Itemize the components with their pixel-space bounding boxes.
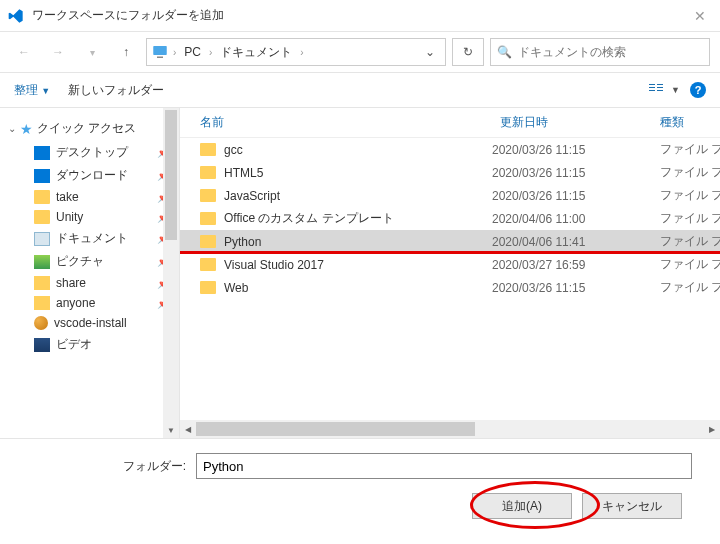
breadcrumb-dropdown[interactable]: ⌄ — [419, 45, 441, 59]
video-icon — [34, 338, 50, 352]
scrollbar-thumb[interactable] — [196, 422, 475, 436]
sidebar-item-label: ダウンロード — [56, 167, 128, 184]
recent-dropdown[interactable]: ▾ — [78, 38, 106, 66]
folder-label: フォルダー: — [0, 458, 196, 475]
horizontal-scrollbar[interactable]: ◀ ▶ — [180, 420, 720, 438]
search-box[interactable]: 🔍 — [490, 38, 710, 66]
file-date: 2020/03/26 11:15 — [492, 189, 652, 203]
file-type: ファイル フ — [660, 141, 720, 158]
column-headers[interactable]: 名前 更新日時 種類 — [180, 108, 720, 138]
file-name: HTML5 — [224, 166, 484, 180]
pc-icon — [151, 43, 169, 61]
svg-rect-2 — [649, 84, 655, 85]
file-name: Web — [224, 281, 484, 295]
vscode-icon — [8, 8, 24, 24]
column-date[interactable]: 更新日時 — [500, 114, 660, 131]
file-name: Visual Studio 2017 — [224, 258, 484, 272]
folder-icon — [34, 210, 50, 224]
anyone-icon — [34, 296, 50, 310]
folder-icon — [200, 235, 216, 248]
scroll-left-icon[interactable]: ◀ — [180, 425, 196, 434]
folder-icon — [200, 281, 216, 294]
main-area: ⌄ ★ クイック アクセス デスクトップ📌ダウンロード📌take📌Unity📌ド… — [0, 108, 720, 438]
scrollbar-thumb[interactable] — [165, 110, 177, 240]
svg-rect-7 — [657, 90, 663, 91]
crumb-documents[interactable]: ドキュメント — [216, 44, 296, 61]
sidebar-item[interactable]: ダウンロード📌 — [0, 164, 179, 187]
quick-access-label: クイック アクセス — [37, 120, 136, 137]
folder-icon — [200, 143, 216, 156]
sidebar-item[interactable]: ピクチャ📌 — [0, 250, 179, 273]
sidebar-item[interactable]: take📌 — [0, 187, 179, 207]
sidebar-item-label: ビデオ — [56, 336, 92, 353]
file-type: ファイル フ — [660, 256, 720, 273]
sidebar-item-label: Unity — [56, 210, 83, 224]
file-name: Python — [224, 235, 484, 249]
new-folder-button[interactable]: 新しいフォルダー — [68, 82, 164, 99]
file-row[interactable]: Visual Studio 20172020/03/27 16:59ファイル フ — [180, 253, 720, 276]
column-type[interactable]: 種類 — [660, 114, 720, 131]
share-icon — [34, 276, 50, 290]
sidebar-item-label: ドキュメント — [56, 230, 128, 247]
breadcrumb[interactable]: › PC › ドキュメント › ⌄ — [146, 38, 446, 66]
sidebar-item[interactable]: vscode-install — [0, 313, 179, 333]
search-input[interactable] — [518, 45, 703, 59]
folder-icon — [200, 212, 216, 225]
back-button[interactable]: ← — [10, 38, 38, 66]
file-type: ファイル フ — [660, 187, 720, 204]
svg-rect-4 — [649, 90, 655, 91]
sidebar-item-label: デスクトップ — [56, 144, 128, 161]
sidebar-item-label: vscode-install — [54, 316, 127, 330]
cancel-button[interactable]: キャンセル — [582, 493, 682, 519]
file-date: 2020/03/26 11:15 — [492, 166, 652, 180]
sidebar-item[interactable]: anyone📌 — [0, 293, 179, 313]
add-button[interactable]: 追加(A) — [472, 493, 572, 519]
file-name: JavaScript — [224, 189, 484, 203]
column-name[interactable]: 名前 — [200, 114, 500, 131]
chevron-down-icon: ⌄ — [8, 123, 16, 134]
file-row[interactable]: Office のカスタム テンプレート2020/04/06 11:00ファイル … — [180, 207, 720, 230]
folder-icon — [200, 189, 216, 202]
sidebar-item[interactable]: share📌 — [0, 273, 179, 293]
sidebar-item-label: ピクチャ — [56, 253, 104, 270]
folder-icon — [200, 166, 216, 179]
scroll-down-icon[interactable]: ▼ — [163, 422, 179, 438]
up-button[interactable]: ↑ — [112, 38, 140, 66]
view-button[interactable]: ▼ — [648, 82, 680, 98]
file-type: ファイル フ — [660, 279, 720, 296]
file-row[interactable]: gcc2020/03/26 11:15ファイル フ — [180, 138, 720, 161]
file-name: gcc — [224, 143, 484, 157]
sidebar-item-label: take — [56, 190, 79, 204]
toolbar: 整理 ▼ 新しいフォルダー ▼ ? — [0, 72, 720, 108]
file-date: 2020/04/06 11:41 — [492, 235, 652, 249]
sidebar-scrollbar[interactable]: ▲ ▼ — [163, 108, 179, 438]
file-row[interactable]: Web2020/03/26 11:15ファイル フ — [180, 276, 720, 299]
folder-input[interactable] — [196, 453, 692, 479]
sidebar-item[interactable]: Unity📌 — [0, 207, 179, 227]
folder-icon — [34, 190, 50, 204]
scroll-right-icon[interactable]: ▶ — [704, 425, 720, 434]
quick-access-header[interactable]: ⌄ ★ クイック アクセス — [0, 116, 179, 141]
refresh-button[interactable]: ↻ — [452, 38, 484, 66]
chevron-right-icon: › — [209, 47, 212, 58]
window-title: ワークスペースにフォルダーを追加 — [32, 7, 688, 24]
folder-icon — [200, 258, 216, 271]
sidebar-item[interactable]: ドキュメント📌 — [0, 227, 179, 250]
file-row[interactable]: JavaScript2020/03/26 11:15ファイル フ — [180, 184, 720, 207]
forward-button: → — [44, 38, 72, 66]
file-date: 2020/03/26 11:15 — [492, 143, 652, 157]
close-icon[interactable]: ✕ — [688, 8, 712, 24]
file-type: ファイル フ — [660, 164, 720, 181]
bottom-panel: フォルダー: 追加(A) キャンセル — [0, 438, 720, 533]
navbar: ← → ▾ ↑ › PC › ドキュメント › ⌄ ↻ 🔍 — [0, 32, 720, 72]
file-row[interactable]: Python2020/04/06 11:41ファイル フ — [180, 230, 720, 253]
crumb-pc[interactable]: PC — [180, 45, 205, 59]
organize-menu[interactable]: 整理 ▼ — [14, 82, 50, 99]
file-row[interactable]: HTML52020/03/26 11:15ファイル フ — [180, 161, 720, 184]
file-date: 2020/04/06 11:00 — [492, 212, 652, 226]
svg-rect-3 — [649, 87, 655, 88]
sidebar-item[interactable]: ビデオ — [0, 333, 179, 356]
chevron-right-icon: › — [300, 47, 303, 58]
help-button[interactable]: ? — [690, 82, 706, 98]
sidebar-item[interactable]: デスクトップ📌 — [0, 141, 179, 164]
